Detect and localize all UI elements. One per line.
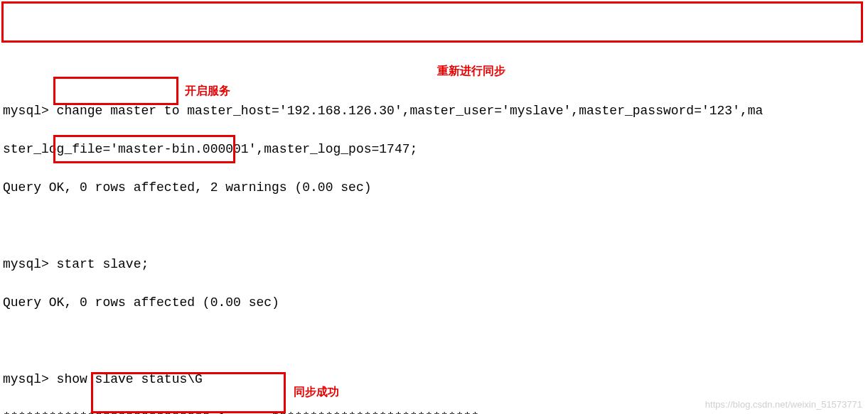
watermark: https://blog.csdn.net/weixin_51573771 bbox=[705, 398, 862, 412]
result-change-master: Query OK, 0 rows affected, 2 warnings (0… bbox=[3, 178, 865, 197]
cmd-change-master-line1: mysql> change master to master_host='192… bbox=[3, 102, 865, 121]
result-start-slave: Query OK, 0 rows affected (0.00 sec) bbox=[3, 293, 865, 312]
cmd-start-slave: mysql> start slave; bbox=[3, 255, 865, 274]
terminal-output: mysql> change master to master_host='192… bbox=[0, 77, 868, 414]
cmd-change-master-line2: ster_log_file='master-bin.000001',master… bbox=[3, 140, 865, 159]
highlight-box-change-master bbox=[1, 1, 863, 43]
annotation-resync: 重新进行同步 bbox=[437, 62, 505, 80]
annotation-start-service: 开启服务 bbox=[185, 82, 230, 99]
annotation-sync-success: 同步成功 bbox=[294, 383, 339, 401]
blank-line-1 bbox=[3, 217, 865, 236]
blank-line-2 bbox=[3, 332, 865, 351]
cmd-show-status: mysql> show slave status\G bbox=[3, 370, 865, 389]
